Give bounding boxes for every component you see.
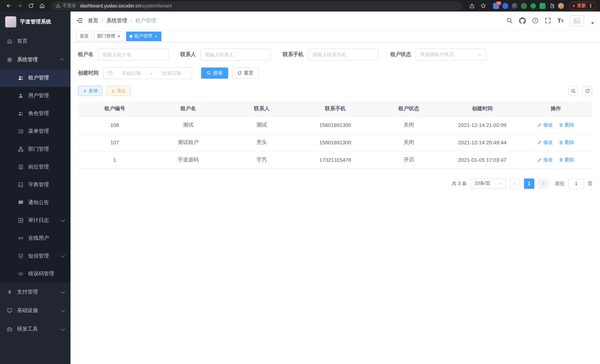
refresh-table-icon-button[interactable] [582, 86, 593, 96]
toggle-search-icon-button[interactable] [568, 86, 579, 96]
font-size-icon[interactable]: TT [558, 17, 564, 24]
reset-refresh-icon [237, 71, 242, 75]
home-icon [7, 38, 13, 44]
edit-row-button[interactable]: 修改 [537, 121, 553, 128]
date-start-input[interactable] [115, 70, 148, 76]
tab-label: 部门管理 [97, 33, 115, 39]
tab-close-icon[interactable]: × [154, 34, 158, 39]
sidebar-item-payment-management[interactable]: ¥ 支付管理 [0, 283, 71, 301]
tab-home[interactable]: 首页 [76, 31, 92, 41]
sidebar-item-dict-management[interactable]: 字典管理 [0, 176, 71, 194]
cell-tenant-name: 测试 [151, 116, 225, 134]
edit-row-button[interactable]: 修改 [537, 139, 553, 146]
tenant-name-input[interactable] [103, 52, 164, 57]
goto-prefix-label: 前往 [555, 180, 565, 187]
extension-icon-6[interactable] [540, 3, 545, 9]
prev-page-button[interactable] [510, 178, 520, 189]
cell-phone: 15601691300 [299, 116, 372, 134]
date-end-input[interactable] [155, 70, 188, 76]
next-page-button[interactable] [538, 178, 548, 189]
search-button[interactable]: 搜索 [201, 67, 228, 79]
sidebar-item-sms-management[interactable]: 短信管理 [0, 247, 71, 265]
breadcrumb-separator: / [131, 18, 132, 24]
sidebar-item-dev-tools[interactable]: 研发工具 [0, 320, 71, 338]
page-size-select[interactable]: 10条/页 [470, 178, 506, 189]
tab-dept-management[interactable]: 部门管理 × [94, 31, 124, 41]
date-separator: - [150, 70, 153, 76]
filter-row-2: 创建时间 - 搜 [78, 67, 593, 79]
delete-row-button[interactable]: 删除 [559, 139, 574, 146]
sidebar-logo[interactable]: 芋道管理系统 [0, 11, 71, 32]
sidebar-item-post-management[interactable]: 岗位管理 [0, 158, 71, 176]
sidebar-item-dept-management[interactable]: 部门管理 [0, 140, 71, 158]
breadcrumb-item-home[interactable]: 首页 [88, 17, 98, 24]
sidebar-item-role-management[interactable]: 角色管理 [0, 105, 71, 122]
sidebar-item-label: 字典管理 [28, 181, 49, 188]
extension-badge: 10 [496, 1, 501, 5]
sidebar-item-online-users[interactable]: 在线用户 [0, 229, 71, 247]
sidebar-item-system-management[interactable]: 系统管理 [0, 50, 71, 69]
sidebar-item-label: 研发工具 [17, 326, 38, 332]
profile-avatar-icon[interactable] [558, 3, 564, 9]
address-bar[interactable]: 不安全 dashboard.yudao.iocoder.cn/system/te… [51, 1, 463, 10]
status-select[interactable]: 请选择租户状态 [416, 49, 486, 60]
cell-tenant-name: 测试租户 [151, 134, 225, 151]
delete-row-button[interactable]: 删除 [559, 156, 574, 163]
reset-button[interactable]: 重置 [232, 67, 259, 79]
sidebar-item-user-management[interactable]: 用户管理 [0, 87, 71, 105]
extension-icon-4[interactable] [521, 3, 527, 9]
browser-menu-icon[interactable]: ⋮ [588, 3, 593, 9]
github-icon[interactable] [519, 17, 526, 24]
delete-row-button[interactable]: 删除 [559, 121, 574, 128]
help-icon[interactable]: ? [532, 18, 539, 24]
page-number-1[interactable]: 1 [524, 178, 534, 189]
share-icon[interactable] [467, 1, 477, 10]
tags-view-bar: 首页 部门管理 × 租户管理 × [71, 30, 600, 43]
sidebar-item-notice[interactable]: 通知公告 [0, 194, 71, 212]
contact-input[interactable] [205, 52, 266, 57]
add-button[interactable]: 新增 [78, 86, 103, 96]
tab-close-icon[interactable]: × [117, 34, 121, 39]
sidebar-item-infrastructure[interactable]: 基础设施 [0, 301, 71, 320]
sidebar-item-error-code[interactable]: 错误码管理 [0, 265, 71, 283]
browser-refresh-icon[interactable] [26, 1, 36, 10]
export-button[interactable]: 导出 [106, 86, 131, 96]
sidebar-item-audit-log[interactable]: 审计日志 [0, 212, 71, 229]
user-avatar[interactable] [570, 15, 584, 26]
bookmark-star-icon[interactable] [478, 1, 488, 10]
delete-label: 删除 [565, 139, 574, 146]
plus-icon [83, 89, 87, 93]
sidebar-item-home[interactable]: 首页 [0, 32, 71, 50]
edit-row-button[interactable]: 修改 [537, 156, 553, 163]
url-text: dashboard.yudao.iocoder.cn/system/tenant [80, 3, 172, 9]
fullscreen-icon[interactable] [545, 18, 551, 24]
header-search-icon[interactable] [507, 18, 513, 24]
message-bubble-icon [18, 200, 24, 205]
filter-create-time: 创建时间 - [78, 67, 192, 79]
date-range-picker[interactable]: - [103, 67, 192, 79]
screen: 不安全 dashboard.yudao.iocoder.cn/system/te… [0, 0, 600, 364]
extension-icon-2[interactable] [502, 3, 508, 9]
phone-input[interactable] [312, 52, 374, 57]
sidebar-collapse-icon[interactable] [76, 18, 83, 24]
sidebar-item-tenant-management[interactable]: 租户管理 [0, 69, 71, 87]
browser-forward-icon[interactable] [15, 1, 25, 10]
update-dot-icon [572, 5, 575, 7]
avatar-dropdown-caret-icon[interactable] [591, 22, 594, 24]
browser-home-icon[interactable] [37, 1, 47, 10]
status-select-placeholder: 请选择租户状态 [420, 51, 454, 58]
extension-icon-5[interactable] [530, 3, 536, 9]
breadcrumb-item-system[interactable]: 系统管理 [106, 17, 127, 24]
extension-icon-1[interactable]: 10 [493, 3, 499, 9]
chevron-up-icon [60, 58, 64, 63]
chevron-down-icon [61, 327, 65, 331]
extension-icon-3[interactable] [512, 3, 518, 9]
browser-back-icon[interactable] [4, 1, 13, 10]
goto-page-input[interactable] [568, 178, 584, 189]
security-status[interactable]: 不安全 [56, 3, 76, 9]
sidebar-item-menu-management[interactable]: 菜单管理 [0, 122, 71, 140]
extensions-puzzle-icon[interactable] [549, 3, 555, 9]
logo-title: 芋道管理系统 [20, 18, 51, 25]
tab-tenant-management[interactable]: 租户管理 × [126, 31, 161, 41]
browser-update-button[interactable]: 更新 ⋮ [569, 1, 596, 10]
